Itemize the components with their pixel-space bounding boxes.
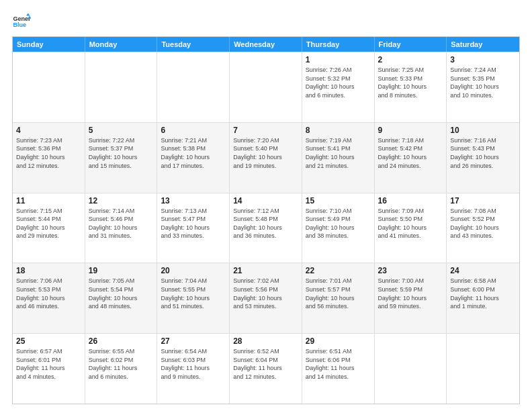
day-number: 13 — [161, 196, 226, 205]
day-cell-22: 22Sunrise: 7:01 AM Sunset: 5:57 PM Dayli… — [302, 263, 375, 333]
day-number: 29 — [306, 336, 371, 346]
week-row-0: 1Sunrise: 7:26 AM Sunset: 5:32 PM Daylig… — [13, 52, 519, 122]
day-number: 26 — [89, 336, 154, 346]
day-number: 12 — [89, 196, 154, 205]
day-cell-14: 14Sunrise: 7:12 AM Sunset: 5:48 PM Dayli… — [230, 193, 302, 263]
svg-text:Blue: Blue — [13, 21, 26, 28]
day-cell-12: 12Sunrise: 7:14 AM Sunset: 5:46 PM Dayli… — [85, 193, 158, 263]
day-info: Sunrise: 7:26 AM Sunset: 5:32 PM Dayligh… — [306, 66, 371, 99]
header-day-thursday: Thursday — [302, 37, 375, 52]
header-day-sunday: Sunday — [13, 37, 85, 52]
day-number: 1 — [306, 55, 371, 64]
header-day-tuesday: Tuesday — [157, 37, 230, 52]
day-info: Sunrise: 7:22 AM Sunset: 5:37 PM Dayligh… — [89, 136, 154, 170]
day-cell-10: 10Sunrise: 7:16 AM Sunset: 5:43 PM Dayli… — [447, 123, 519, 193]
day-info: Sunrise: 7:09 AM Sunset: 5:50 PM Dayligh… — [378, 207, 443, 240]
day-cell-25: 25Sunrise: 6:57 AM Sunset: 6:01 PM Dayli… — [13, 334, 85, 404]
day-cell-5: 5Sunrise: 7:22 AM Sunset: 5:37 PM Daylig… — [85, 123, 158, 193]
day-info: Sunrise: 7:13 AM Sunset: 5:47 PM Dayligh… — [161, 207, 226, 240]
day-number: 14 — [233, 196, 298, 205]
day-number: 11 — [16, 196, 81, 205]
day-number: 6 — [161, 126, 226, 135]
header-day-wednesday: Wednesday — [230, 37, 302, 52]
day-number: 5 — [89, 126, 154, 135]
day-cell-9: 9Sunrise: 7:18 AM Sunset: 5:42 PM Daylig… — [375, 123, 447, 193]
header-day-monday: Monday — [85, 37, 158, 52]
day-cell-15: 15Sunrise: 7:10 AM Sunset: 5:49 PM Dayli… — [302, 193, 375, 263]
day-cell-20: 20Sunrise: 7:04 AM Sunset: 5:55 PM Dayli… — [157, 263, 230, 333]
day-info: Sunrise: 7:15 AM Sunset: 5:44 PM Dayligh… — [16, 207, 81, 240]
day-number: 20 — [161, 266, 226, 275]
day-cell-23: 23Sunrise: 7:00 AM Sunset: 5:59 PM Dayli… — [375, 263, 447, 333]
day-info: Sunrise: 7:20 AM Sunset: 5:40 PM Dayligh… — [233, 136, 298, 170]
day-cell-13: 13Sunrise: 7:13 AM Sunset: 5:47 PM Dayli… — [157, 193, 230, 263]
day-number: 7 — [233, 126, 298, 135]
day-info: Sunrise: 7:25 AM Sunset: 5:33 PM Dayligh… — [378, 66, 443, 99]
page: General Blue SundayMondayTuesdayWednesda… — [0, 0, 532, 411]
header-day-saturday: Saturday — [447, 37, 519, 52]
day-cell-18: 18Sunrise: 7:06 AM Sunset: 5:53 PM Dayli… — [13, 263, 85, 333]
week-row-2: 11Sunrise: 7:15 AM Sunset: 5:44 PM Dayli… — [13, 193, 519, 263]
day-info: Sunrise: 7:14 AM Sunset: 5:46 PM Dayligh… — [89, 207, 154, 240]
day-info: Sunrise: 7:12 AM Sunset: 5:48 PM Dayligh… — [233, 207, 298, 240]
day-info: Sunrise: 7:23 AM Sunset: 5:36 PM Dayligh… — [16, 136, 81, 170]
day-number: 28 — [233, 336, 298, 346]
day-number: 3 — [450, 55, 516, 64]
header: General Blue — [12, 12, 520, 31]
day-info: Sunrise: 7:21 AM Sunset: 5:38 PM Dayligh… — [161, 136, 226, 170]
calendar: SundayMondayTuesdayWednesdayThursdayFrid… — [12, 36, 520, 404]
day-cell-16: 16Sunrise: 7:09 AM Sunset: 5:50 PM Dayli… — [375, 193, 447, 263]
day-number: 15 — [306, 196, 371, 205]
svg-marker-2 — [26, 13, 30, 15]
day-number: 8 — [306, 126, 371, 135]
day-info: Sunrise: 7:00 AM Sunset: 5:59 PM Dayligh… — [378, 277, 443, 310]
day-info: Sunrise: 7:02 AM Sunset: 5:56 PM Dayligh… — [233, 277, 298, 310]
day-cell-6: 6Sunrise: 7:21 AM Sunset: 5:38 PM Daylig… — [157, 123, 230, 193]
day-info: Sunrise: 7:04 AM Sunset: 5:55 PM Dayligh… — [161, 277, 226, 310]
day-number: 23 — [378, 266, 443, 275]
empty-cell — [375, 334, 447, 404]
day-info: Sunrise: 6:54 AM Sunset: 6:03 PM Dayligh… — [161, 347, 226, 381]
day-number: 22 — [306, 266, 371, 275]
empty-cell — [447, 334, 519, 404]
day-cell-24: 24Sunrise: 6:58 AM Sunset: 6:00 PM Dayli… — [447, 263, 519, 333]
week-row-1: 4Sunrise: 7:23 AM Sunset: 5:36 PM Daylig… — [13, 122, 519, 193]
day-info: Sunrise: 6:57 AM Sunset: 6:01 PM Dayligh… — [16, 347, 81, 381]
day-number: 18 — [16, 266, 81, 275]
week-row-3: 18Sunrise: 7:06 AM Sunset: 5:53 PM Dayli… — [13, 263, 519, 333]
day-number: 16 — [378, 196, 443, 205]
calendar-body: 1Sunrise: 7:26 AM Sunset: 5:32 PM Daylig… — [13, 52, 519, 404]
day-cell-29: 29Sunrise: 6:51 AM Sunset: 6:06 PM Dayli… — [302, 334, 375, 404]
day-info: Sunrise: 7:16 AM Sunset: 5:43 PM Dayligh… — [450, 136, 516, 170]
day-cell-1: 1Sunrise: 7:26 AM Sunset: 5:32 PM Daylig… — [302, 52, 375, 122]
day-cell-11: 11Sunrise: 7:15 AM Sunset: 5:44 PM Dayli… — [13, 193, 85, 263]
day-cell-19: 19Sunrise: 7:05 AM Sunset: 5:54 PM Dayli… — [85, 263, 158, 333]
day-cell-8: 8Sunrise: 7:19 AM Sunset: 5:41 PM Daylig… — [302, 123, 375, 193]
day-info: Sunrise: 7:06 AM Sunset: 5:53 PM Dayligh… — [16, 277, 81, 310]
day-cell-17: 17Sunrise: 7:08 AM Sunset: 5:52 PM Dayli… — [447, 193, 519, 263]
day-number: 10 — [450, 126, 516, 135]
week-row-4: 25Sunrise: 6:57 AM Sunset: 6:01 PM Dayli… — [13, 333, 519, 404]
day-cell-26: 26Sunrise: 6:55 AM Sunset: 6:02 PM Dayli… — [85, 334, 158, 404]
day-info: Sunrise: 7:18 AM Sunset: 5:42 PM Dayligh… — [378, 136, 443, 170]
day-info: Sunrise: 7:24 AM Sunset: 5:35 PM Dayligh… — [450, 66, 516, 99]
calendar-header: SundayMondayTuesdayWednesdayThursdayFrid… — [13, 37, 519, 52]
day-info: Sunrise: 6:52 AM Sunset: 6:04 PM Dayligh… — [233, 347, 298, 381]
day-number: 9 — [378, 126, 443, 135]
logo-icon: General Blue — [12, 12, 31, 31]
day-info: Sunrise: 7:01 AM Sunset: 5:57 PM Dayligh… — [306, 277, 371, 310]
day-info: Sunrise: 7:19 AM Sunset: 5:41 PM Dayligh… — [306, 136, 371, 170]
day-info: Sunrise: 7:10 AM Sunset: 5:49 PM Dayligh… — [306, 207, 371, 240]
logo: General Blue — [12, 12, 34, 31]
day-cell-21: 21Sunrise: 7:02 AM Sunset: 5:56 PM Dayli… — [230, 263, 302, 333]
day-info: Sunrise: 7:05 AM Sunset: 5:54 PM Dayligh… — [89, 277, 154, 310]
day-info: Sunrise: 6:55 AM Sunset: 6:02 PM Dayligh… — [89, 347, 154, 381]
header-day-friday: Friday — [375, 37, 447, 52]
day-number: 27 — [161, 336, 226, 346]
day-number: 4 — [16, 126, 81, 135]
day-number: 21 — [233, 266, 298, 275]
day-cell-4: 4Sunrise: 7:23 AM Sunset: 5:36 PM Daylig… — [13, 123, 85, 193]
day-info: Sunrise: 7:08 AM Sunset: 5:52 PM Dayligh… — [450, 207, 516, 240]
day-info: Sunrise: 6:51 AM Sunset: 6:06 PM Dayligh… — [306, 347, 371, 381]
day-cell-2: 2Sunrise: 7:25 AM Sunset: 5:33 PM Daylig… — [375, 52, 447, 122]
